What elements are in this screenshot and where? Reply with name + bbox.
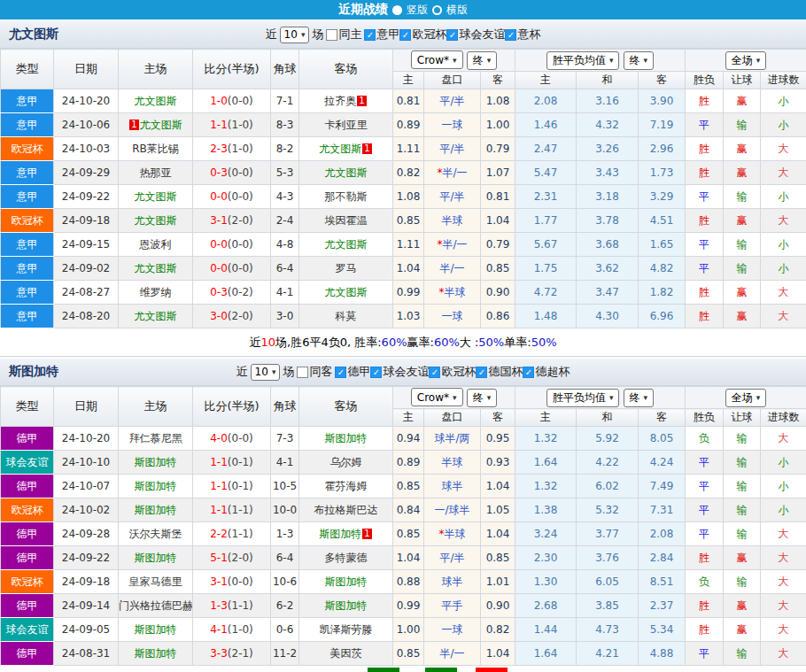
home-team-link[interactable]: 门兴格拉德巴赫 [119, 594, 193, 618]
home-team-link[interactable]: 斯图加特 [119, 498, 193, 522]
home-team-link[interactable]: 尤文图斯 [119, 257, 193, 281]
checkbox-checked-icon[interactable]: ✓ [523, 367, 534, 378]
result-handicap: 赢 [724, 161, 761, 185]
checkbox-checked-icon[interactable]: ✓ [505, 29, 516, 41]
away-team-link[interactable]: 斯图加特 [299, 427, 393, 451]
away-team-link[interactable]: 斯图加特1 [299, 522, 393, 546]
score-cell: 1-1(1-0) [193, 113, 271, 137]
avg-odds-select[interactable]: 胜平负均值▾ [546, 51, 620, 70]
checkbox-unchecked-icon[interactable] [326, 29, 337, 41]
vertical-layout-radio-icon[interactable] [392, 5, 402, 15]
home-team-link[interactable]: 拜仁慕尼黑 [119, 427, 193, 451]
odds-away: 0.90 [481, 594, 515, 618]
checkbox-checked-icon[interactable]: ✓ [335, 367, 346, 378]
home-team-link[interactable]: 斯图加特 [119, 642, 193, 666]
avg-time-select[interactable]: 终▾ [624, 389, 655, 407]
checkbox-checked-icon[interactable]: ✓ [399, 29, 411, 41]
col-home-header: 主场 [119, 50, 193, 89]
league-filter-checkbox[interactable]: ✓球会友谊 [446, 27, 505, 42]
col-away-header: 客场 [299, 387, 393, 427]
avg-time-select[interactable]: 终▾ [624, 51, 655, 70]
checkbox-checked-icon[interactable]: ✓ [476, 367, 487, 378]
home-team-link[interactable]: 斯图加特 [119, 618, 193, 642]
league-filter-checkbox[interactable]: ✓德国杯 [476, 364, 523, 380]
away-team-link[interactable]: 霍芬海姆 [299, 475, 393, 498]
home-team-link[interactable]: 皇家马德里 [119, 570, 193, 594]
home-team-link[interactable]: 尤文图斯 [119, 185, 193, 209]
fullmatch-select[interactable]: 全场▾ [725, 51, 767, 70]
home-team-link[interactable]: 斯图加特 [119, 546, 193, 570]
fullmatch-select[interactable]: 全场▾ [725, 389, 767, 407]
away-team-link[interactable]: 布拉格斯巴达 [299, 498, 393, 522]
horizontal-layout-label[interactable]: 横版 [446, 3, 468, 18]
horizontal-layout-radio-icon[interactable] [432, 5, 442, 15]
away-team-link[interactable]: 乌尔姆 [299, 451, 393, 475]
checkbox-checked-icon[interactable]: ✓ [429, 367, 440, 378]
away-team-link[interactable]: 尤文图斯 [299, 233, 393, 257]
result-over-under: 大 [761, 305, 806, 328]
match-count-select[interactable]: 10▾ [280, 27, 310, 43]
league-filter-checkbox[interactable]: ✓德超杯 [523, 364, 570, 380]
league-filter-checkbox[interactable]: ✓德甲 [335, 364, 370, 380]
home-team-link[interactable]: 1尤文图斯 [119, 113, 193, 137]
away-team-link[interactable]: 斯图加特 [299, 594, 393, 618]
table-row: 欧冠杯 24-09-18 皇家马德里 3-1(0-0) 10-6 斯图加特 0.… [1, 570, 806, 594]
score-cell: 0-0(0-0) [193, 257, 271, 281]
away-team-link[interactable]: 拉齐奥1 [299, 89, 393, 113]
col-date-header: 日期 [54, 387, 119, 427]
away-team-link[interactable]: 美因茨 [299, 642, 393, 666]
home-team-link[interactable]: 维罗纳 [119, 281, 193, 305]
sub-goals-result: 进球数 [761, 72, 806, 89]
league-filter-checkbox[interactable]: ✓意杯 [505, 27, 540, 42]
home-team-link[interactable]: 尤文图斯 [119, 89, 193, 113]
odds-provider-select[interactable]: Crow*▾ [411, 388, 463, 406]
odds-home: 0.89 [393, 113, 424, 137]
away-team-link[interactable]: 那不勒斯 [299, 185, 393, 209]
home-team-link[interactable]: RB莱比锡 [119, 137, 193, 161]
away-team-link[interactable]: 尤文图斯 [299, 161, 393, 185]
match-count-select[interactable]: 10▾ [251, 364, 281, 381]
avg-odds-select[interactable]: 胜平负均值▾ [546, 389, 620, 407]
league-filter-checkbox[interactable]: ✓球会友谊 [370, 364, 429, 380]
league-filter-checkbox[interactable]: ✓欧冠杯 [399, 27, 446, 42]
odds-home: 0.85 [393, 522, 424, 546]
home-team-link[interactable]: 尤文图斯 [119, 305, 193, 328]
away-team-link[interactable]: 罗马 [299, 257, 393, 281]
vertical-layout-label[interactable]: 竖版 [407, 3, 428, 18]
checkbox-checked-icon[interactable]: ✓ [364, 29, 376, 41]
odds-provider-select[interactable]: Crow*▾ [411, 50, 463, 69]
league-filter-checkbox[interactable]: ✓欧冠杯 [429, 364, 476, 380]
result-win-draw-lose: 胜 [686, 594, 724, 618]
odds-time-select[interactable]: 终▾ [467, 51, 498, 70]
home-team-link[interactable]: 恩波利 [119, 233, 193, 257]
away-team-link[interactable]: 尤文图斯1 [299, 137, 393, 161]
checkbox-unchecked-icon[interactable] [297, 367, 308, 378]
away-team-link[interactable]: 卡利亚里 [299, 113, 393, 137]
league-filter-label: 球会友谊 [459, 27, 505, 42]
away-team-link[interactable]: 尤文图斯 [299, 281, 393, 305]
home-team-link[interactable]: 斯图加特 [119, 451, 193, 475]
away-team-link[interactable]: 埃因霍温 [299, 209, 393, 233]
match-date: 24-09-18 [54, 209, 119, 233]
odds-time-select[interactable]: 终▾ [467, 389, 498, 407]
score-cell: 5-1(2-0) [193, 546, 271, 570]
home-team-link[interactable]: 热那亚 [119, 161, 193, 185]
checkbox-checked-icon[interactable]: ✓ [370, 367, 382, 378]
table-row: 意甲 24-09-15 恩波利 0-0(0-0) 4-8 尤文图斯 1.11 *… [1, 233, 806, 257]
avg-draw-odds: 4.30 [577, 305, 639, 328]
away-team-link[interactable]: 凯泽斯劳滕 [299, 618, 393, 642]
league-filter-label: 德甲 [347, 364, 370, 380]
same-home-checkbox[interactable]: 同主 [326, 27, 361, 42]
home-team-link[interactable]: 斯图加特 [119, 475, 193, 498]
away-team-link[interactable]: 多特蒙德 [299, 546, 393, 570]
col-type-header: 类型 [1, 387, 54, 427]
home-team-link[interactable]: 沃尔夫斯堡 [119, 522, 193, 546]
checkbox-checked-icon[interactable]: ✓ [446, 29, 458, 41]
away-team-link[interactable]: 科莫 [299, 305, 393, 328]
same-away-checkbox[interactable]: 同客 [297, 364, 332, 380]
table-row: 德甲 24-09-28 沃尔夫斯堡 2-2(1-1) 1-3 斯图加特1 0.8… [1, 522, 806, 546]
chevron-down-icon: ▾ [609, 393, 614, 402]
home-team-link[interactable]: 尤文图斯 [119, 209, 193, 233]
league-filter-checkbox[interactable]: ✓意甲 [364, 27, 399, 42]
away-team-link[interactable]: 斯图加特 [299, 570, 393, 594]
